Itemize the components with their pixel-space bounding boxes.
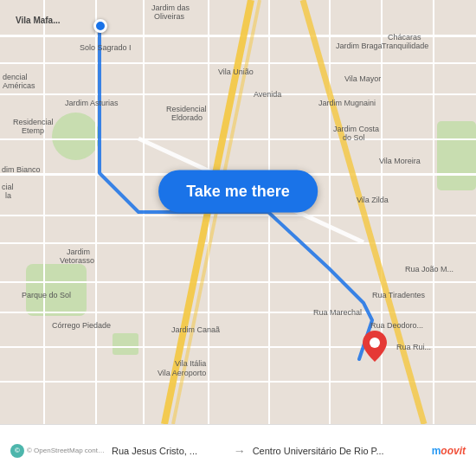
road-h4 [0, 138, 476, 140]
route-arrow-icon: → [234, 444, 246, 458]
park-area-1 [52, 113, 100, 160]
road-v1 [43, 0, 45, 424]
route-to-label: Centro Universitário De Rio P... [253, 446, 425, 456]
destination-marker [363, 331, 387, 365]
origin-marker [93, 19, 107, 33]
osm-icon: © [10, 444, 24, 458]
road-v3 [143, 0, 145, 424]
road-v6 [329, 0, 331, 424]
map-container: Vila Mafa... Jardim das Oliveiras Solo S… [0, 0, 476, 424]
road-h11 [0, 381, 476, 383]
road-h7 [0, 242, 476, 244]
road-h2 [0, 62, 476, 64]
park-area-3 [437, 121, 476, 190]
road-h10 [0, 346, 476, 348]
moovit-logo: moovit [432, 445, 466, 457]
road-v5 [268, 0, 270, 424]
svg-point-4 [370, 338, 380, 348]
road-h1 [0, 35, 476, 37]
road-v2 [95, 0, 97, 424]
park-area-2 [26, 264, 87, 316]
osm-attribution: © © OpenStreetMap contributors & © OpenM… [10, 444, 105, 458]
road-h9 [0, 312, 476, 313]
road-v8 [433, 0, 434, 424]
take-me-there-button[interactable]: Take me there [158, 170, 318, 212]
park-area-4 [113, 333, 138, 355]
road-v4 [208, 0, 209, 424]
road-h6 [0, 215, 476, 216]
route-from-label: Rua Jesus Cristo, ... [112, 446, 227, 456]
bottom-bar: © © OpenStreetMap contributors & © OpenM… [0, 424, 476, 476]
road-h8 [0, 281, 476, 283]
road-h3 [0, 93, 476, 95]
osm-text: © OpenStreetMap contributors & © OpenMap… [27, 447, 105, 454]
